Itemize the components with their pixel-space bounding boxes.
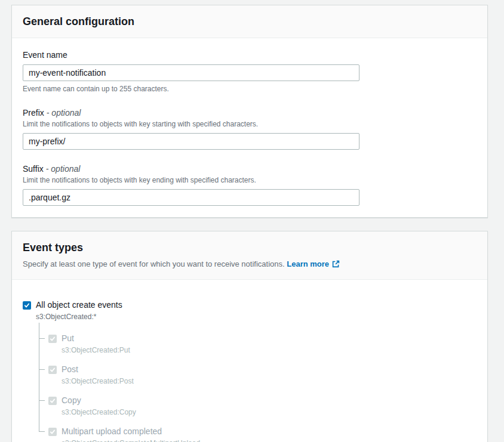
multipart-upload-completed-row: Multipart upload completed <box>48 426 477 437</box>
copy-checkbox <box>48 397 57 405</box>
check-icon <box>50 367 56 373</box>
prefix-optional-flag: - optional <box>47 108 81 118</box>
page: General configuration Event name Event n… <box>0 0 504 442</box>
copy-item: Copy s3:ObjectCreated:Copy <box>39 395 477 417</box>
suffix-description: Limit the notifications to objects with … <box>23 176 477 185</box>
put-row: Put <box>48 333 477 344</box>
multipart-upload-completed-checkbox <box>48 428 57 436</box>
post-code: s3:ObjectCreated:Post <box>62 376 477 386</box>
prefix-field: Prefix- optional Limit the notifications… <box>23 108 477 150</box>
general-configuration-body: Event name Event name can contain up to … <box>12 38 487 217</box>
check-icon <box>24 302 30 308</box>
put-label: Put <box>62 333 74 344</box>
event-types-description: Specify at least one type of event for w… <box>23 259 477 269</box>
event-name-input[interactable] <box>23 64 359 81</box>
event-name-label: Event name <box>23 50 477 60</box>
all-object-create-events-code: s3:ObjectCreated:* <box>36 312 477 322</box>
event-types-title: Event types <box>23 241 477 254</box>
event-types-card: Event types Specify at least one type of… <box>11 231 488 442</box>
copy-label: Copy <box>62 395 81 406</box>
post-checkbox <box>48 366 57 374</box>
all-object-create-events-row: All object create events <box>23 300 477 310</box>
external-link-icon <box>332 260 340 268</box>
put-checkbox <box>48 335 57 343</box>
all-object-create-events-checkbox[interactable] <box>23 301 31 310</box>
post-row: Post <box>48 364 477 375</box>
event-types-body: All object create events s3:ObjectCreate… <box>12 280 487 442</box>
suffix-optional-flag: - optional <box>46 164 81 174</box>
post-item: Post s3:ObjectCreated:Post <box>39 364 477 386</box>
event-types-header: Event types Specify at least one type of… <box>12 231 487 280</box>
learn-more-link[interactable]: Learn more <box>287 259 340 268</box>
suffix-label: Suffix- optional <box>23 164 477 174</box>
event-types-tree: Put s3:ObjectCreated:Put Post s3:ObjectC… <box>39 333 477 442</box>
all-object-create-events-label: All object create events <box>36 300 122 310</box>
multipart-upload-completed-code: s3:ObjectCreated:CompleteMultipartUpload <box>62 438 477 442</box>
event-name-field: Event name Event name can contain up to … <box>23 50 477 94</box>
multipart-upload-completed-label: Multipart upload completed <box>62 426 162 437</box>
copy-row: Copy <box>48 395 477 406</box>
general-configuration-title: General configuration <box>23 15 477 28</box>
check-icon <box>50 336 56 342</box>
all-object-create-events-item: All object create events s3:ObjectCreate… <box>23 300 477 322</box>
check-icon <box>50 429 56 435</box>
multipart-upload-completed-item: Multipart upload completed s3:ObjectCrea… <box>39 426 477 442</box>
put-item: Put s3:ObjectCreated:Put <box>39 333 477 355</box>
event-name-helper: Event name can contain up to 255 charact… <box>23 85 477 94</box>
prefix-description: Limit the notifications to objects with … <box>23 120 477 129</box>
copy-code: s3:ObjectCreated:Copy <box>62 407 477 417</box>
check-icon <box>50 398 56 404</box>
post-label: Post <box>62 364 78 375</box>
general-configuration-card: General configuration Event name Event n… <box>11 5 488 218</box>
prefix-label: Prefix- optional <box>23 108 477 118</box>
suffix-input[interactable] <box>23 189 359 206</box>
prefix-input[interactable] <box>23 133 359 150</box>
general-configuration-header: General configuration <box>12 5 487 38</box>
suffix-field: Suffix- optional Limit the notifications… <box>23 164 477 206</box>
put-code: s3:ObjectCreated:Put <box>62 345 477 355</box>
